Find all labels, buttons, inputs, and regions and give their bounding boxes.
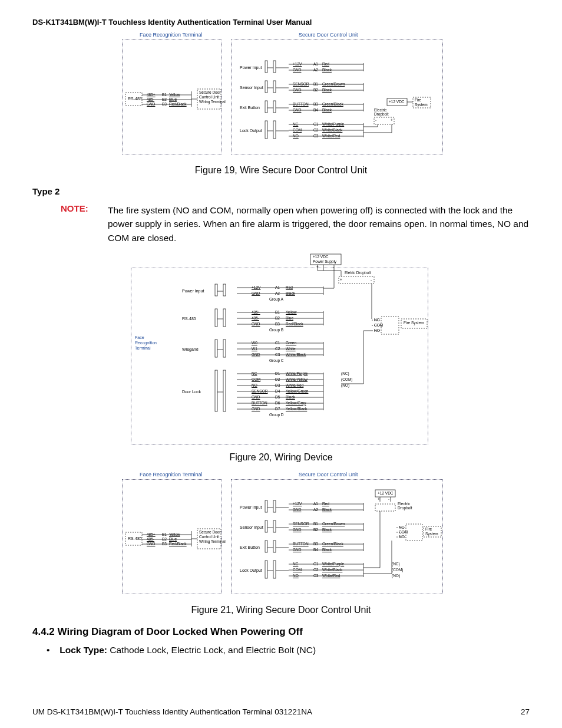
diagram-label: 485+ xyxy=(147,532,156,536)
diagram-label: C1 xyxy=(313,122,318,126)
diagram-label: Face xyxy=(135,335,144,340)
diagram-label: Green/Black xyxy=(322,542,343,546)
type-2-heading: Type 2 xyxy=(32,186,530,196)
svg-rect-33 xyxy=(273,121,276,139)
svg-rect-132 xyxy=(375,504,395,511)
diagram-label: D3 xyxy=(275,383,280,387)
diagram-label: C2 xyxy=(275,347,280,351)
diagram-label: A1 xyxy=(275,285,280,289)
diagram-label: A1 xyxy=(313,62,318,66)
diagram-label: GND xyxy=(252,322,260,326)
diagram-label: GND xyxy=(252,291,260,295)
diagram-label: COM xyxy=(374,323,383,327)
diagram-label: White/Black xyxy=(322,568,342,572)
diagram-label: NO xyxy=(293,134,299,138)
diagram-label: Sensor Input xyxy=(240,85,263,90)
diagram-label: Black xyxy=(322,528,332,532)
diagram-label: (NO) xyxy=(392,574,400,578)
diagram-label: Red xyxy=(286,285,293,289)
svg-rect-116 xyxy=(265,541,267,552)
diagram-label: Black xyxy=(322,68,332,72)
diagram-label: B2 xyxy=(313,528,318,532)
diagram-label: Control Unit xyxy=(199,95,219,99)
diagram-label: Black xyxy=(286,395,295,399)
diagram-label: White/Red xyxy=(286,383,303,387)
diagram-label: Exit Button xyxy=(240,106,260,110)
diagram-label: Yellow xyxy=(169,532,180,536)
diagram-label: B4 xyxy=(313,548,318,552)
diagram-label: C3 xyxy=(313,574,318,578)
diagram-label: Exit Button xyxy=(240,545,260,550)
diagram-label: B3 xyxy=(275,322,280,326)
diagram-label: Green/Brown xyxy=(322,522,345,526)
diagram-label: NO xyxy=(293,574,299,578)
diagram-label: Wiring Terminal xyxy=(199,100,226,104)
diagram-label: (COM) xyxy=(392,568,404,572)
diagram-label: B2 xyxy=(162,97,167,101)
diagram-label: Yellow/Gray xyxy=(286,401,306,405)
diagram-label: Red/Black xyxy=(169,542,187,546)
diagram-label: Red xyxy=(322,62,329,66)
diagram-label: + xyxy=(316,265,319,269)
diagram-label: RS-485 xyxy=(128,536,142,541)
diagram-label: RS-485 xyxy=(128,97,142,101)
diagram-label: B1 xyxy=(162,93,167,97)
svg-rect-61 xyxy=(215,309,217,327)
note-block: NOTE: The fire system (NO and COM, norma… xyxy=(61,203,530,245)
diagram-label: Eletric Dropbolt xyxy=(345,271,371,275)
diagram-label: Group B xyxy=(269,328,283,332)
svg-rect-83 xyxy=(381,317,399,334)
diagram-label: White/Black xyxy=(286,353,306,357)
svg-rect-104 xyxy=(273,500,276,512)
svg-rect-102 xyxy=(265,500,267,512)
diagram-label: - xyxy=(388,497,389,501)
diagram-label: Dropbolt xyxy=(374,112,389,116)
diagram-label: 485+ xyxy=(147,93,156,97)
diagram-label: B3 xyxy=(162,102,167,106)
diagram-label: NC xyxy=(293,562,298,566)
diagram-label: Fire xyxy=(415,98,421,102)
diagram-label: C3 xyxy=(275,353,280,357)
svg-rect-56 xyxy=(223,284,226,296)
diagram-label: COM xyxy=(252,377,260,381)
diagram-label: (COM) xyxy=(341,377,353,381)
diagram-label: Red xyxy=(322,502,329,506)
diagram-label: A1 xyxy=(313,502,318,506)
diagram-label: D1 xyxy=(275,371,280,375)
diagram-label: Secure Door xyxy=(199,90,221,94)
diagram-label: Fire System xyxy=(404,321,424,325)
figure-21-diagram: Face Recognition Terminal Secure Door Co… xyxy=(116,473,446,600)
diagram-label: C2 xyxy=(313,128,318,132)
diagram-label: D4 xyxy=(275,389,280,393)
diagram-label: BUTTON xyxy=(293,102,309,106)
diagram-label: GND xyxy=(293,68,301,72)
diagram-label: RS-485 xyxy=(182,317,196,321)
diagram-label: B1 xyxy=(162,532,167,536)
diagram-label: Black xyxy=(322,88,332,92)
diagram-label: Black xyxy=(322,108,332,112)
diagram-label: NC xyxy=(252,371,257,375)
diagram-label: Power Input xyxy=(182,289,204,294)
diagram-label: W1 xyxy=(252,347,257,351)
diagram-label: Green/Brown xyxy=(322,82,345,86)
diagram-label: Secure Door xyxy=(199,530,221,534)
diagram-label: NO xyxy=(252,383,257,387)
diagram-label: + xyxy=(378,497,380,501)
diagram-label: +12 VDC xyxy=(389,100,405,104)
diagram-label: 485- xyxy=(147,537,154,541)
svg-rect-126 xyxy=(273,561,276,578)
diagram-label: Recognition xyxy=(135,341,157,345)
diagram-label: White/Purple xyxy=(322,562,344,566)
svg-rect-133 xyxy=(406,524,422,541)
diagram-label: Red/Black xyxy=(169,102,187,106)
diagram-label: 485+ xyxy=(252,310,260,314)
diagram-label: Green/Black xyxy=(322,102,343,106)
diagram-label: B2 xyxy=(275,316,280,320)
diagram-label: White/Purple xyxy=(322,122,344,126)
diagram-label: D7 xyxy=(275,407,280,411)
page-number: 27 xyxy=(521,707,530,716)
diagram-label: +12V xyxy=(252,285,260,289)
bullet-icon: • xyxy=(47,645,57,655)
diagram-label: B3 xyxy=(313,102,318,106)
diagram-label: Group C xyxy=(269,358,284,363)
